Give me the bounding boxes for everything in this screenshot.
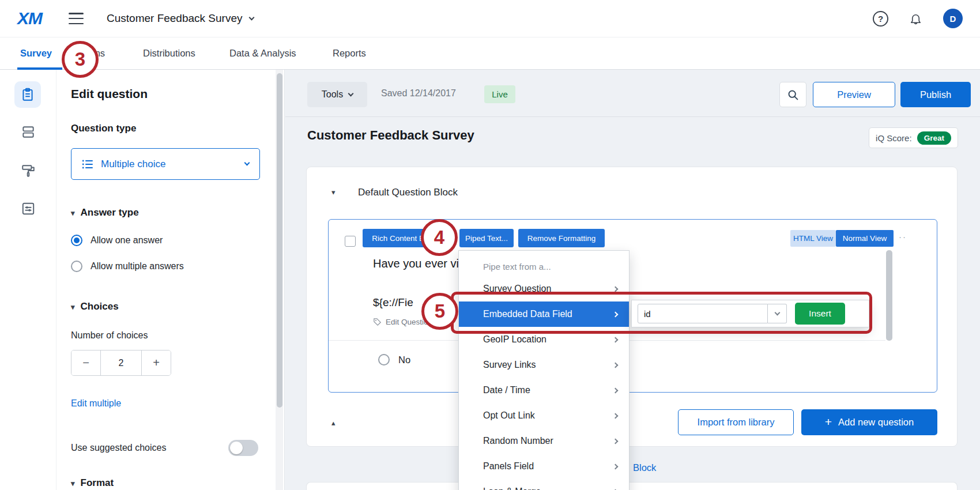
caret-down-icon: ▾ <box>71 209 75 217</box>
panel-scrollbar[interactable] <box>277 73 282 408</box>
editor-scrollbar[interactable] <box>886 250 892 341</box>
add-block-link[interactable]: Block <box>633 462 656 473</box>
iq-score-label: iQ Score: <box>876 133 912 143</box>
survey-name: Customer Feedback Survey <box>107 12 243 25</box>
publish-button[interactable]: Publish <box>900 82 971 107</box>
menu-item-label: Loop & Merge <box>483 487 541 490</box>
add-new-question-button[interactable]: + Add new question <box>801 409 937 435</box>
increase-choices-button[interactable]: + <box>142 350 171 375</box>
choices-section-header[interactable]: ▾ Choices <box>71 301 119 312</box>
multiple-choice-icon <box>82 159 93 169</box>
chevron-right-icon <box>613 286 619 292</box>
tools-label: Tools <box>322 89 343 100</box>
menu-item-label: Panels Field <box>483 461 534 472</box>
blocks-icon[interactable] <box>20 124 36 140</box>
tab-distributions[interactable]: Distributions <box>143 48 195 59</box>
drag-dots-icon: ·· <box>899 232 907 242</box>
tools-button[interactable]: Tools <box>307 82 367 107</box>
field-dropdown-button[interactable] <box>768 304 787 323</box>
answer-type-label: Answer type <box>81 207 139 218</box>
chevron-right-icon <box>613 438 619 444</box>
radio-selected-icon <box>71 235 82 246</box>
question-checkbox[interactable] <box>345 236 356 247</box>
insert-button[interactable]: Insert <box>795 303 845 325</box>
menu-item-random-number[interactable]: Random Number <box>459 428 629 454</box>
survey-title-dropdown[interactable]: Customer Feedback Survey <box>107 12 254 25</box>
suggested-choices-toggle[interactable] <box>228 440 258 456</box>
menu-item-opt-out-link[interactable]: Opt Out Link <box>459 403 629 428</box>
preview-button[interactable]: Preview <box>813 82 895 107</box>
answer-option-no[interactable]: No <box>378 354 410 365</box>
question-type-select[interactable]: Multiple choice <box>71 148 260 180</box>
annotation-number: 5 <box>435 300 445 322</box>
annotation-step-5: 5 <box>421 293 458 330</box>
menu-item-loop-merge[interactable]: Loop & Merge <box>459 479 629 490</box>
menu-item-survey-links[interactable]: Survey Links <box>459 352 629 378</box>
iq-score-chip: iQ Score: Great <box>869 127 958 148</box>
radio-label: Allow one answer <box>91 235 163 246</box>
format-section-header[interactable]: ▾ Format <box>71 477 114 489</box>
tab-reports[interactable]: Reports <box>333 48 366 59</box>
menu-item-date-time[interactable]: Date / Time <box>459 378 629 403</box>
chevron-down-icon <box>248 14 254 20</box>
menu-item-label: Survey Question <box>483 284 551 294</box>
tab-data-analysis[interactable]: Data & Analysis <box>229 48 296 59</box>
chevron-right-icon <box>613 413 619 419</box>
menu-item-embedded-data-field[interactable]: Embedded Data Field <box>459 301 629 327</box>
chevron-right-icon <box>613 337 619 342</box>
hamburger-menu-icon[interactable] <box>69 13 84 24</box>
menu-item-panels-field[interactable]: Panels Field <box>459 454 629 479</box>
tab-survey[interactable]: Survey <box>20 48 52 59</box>
survey-flow-icon[interactable] <box>20 201 36 217</box>
block-collapse-icon[interactable]: ▾ <box>331 188 336 197</box>
panel-scrollbar-track <box>276 70 283 490</box>
use-suggested-choices-row: Use suggested choices <box>71 440 258 456</box>
avatar-initial: D <box>950 14 956 24</box>
choices-stepper: − 2 + <box>71 350 171 376</box>
help-icon[interactable]: ? <box>873 11 888 27</box>
import-from-library-button[interactable]: Import from library <box>678 409 794 435</box>
format-label: Format <box>81 477 114 489</box>
radio-unselected-icon <box>71 261 82 272</box>
chevron-down-icon <box>348 91 354 96</box>
radio-unselected-icon <box>378 354 390 365</box>
primary-nav: Survey Actions Distributions Data & Anal… <box>0 37 980 70</box>
html-view-tab[interactable]: HTML View <box>790 230 836 247</box>
caret-down-icon: ▾ <box>71 479 75 488</box>
menu-item-label: Opt Out Link <box>483 410 535 421</box>
piped-text-menu: Pipe text from a... Survey Question Embe… <box>458 250 630 490</box>
menu-item-label: Embedded Data Field <box>483 309 572 319</box>
saved-status: Saved 12/14/2017 <box>381 88 456 99</box>
piped-text-button[interactable]: Piped Text... <box>459 229 514 247</box>
radio-allow-multiple-answers[interactable]: Allow multiple answers <box>71 261 184 272</box>
edit-multiple-link[interactable]: Edit multiple <box>71 398 121 409</box>
annotation-number: 3 <box>75 48 85 70</box>
menu-item-geoip-location[interactable]: GeoIP Location <box>459 327 629 352</box>
search-button[interactable] <box>779 82 806 107</box>
decrease-choices-button[interactable]: − <box>71 350 100 375</box>
look-and-feel-icon[interactable] <box>20 163 36 179</box>
piped-text-code[interactable]: ${e://Fie <box>373 296 413 309</box>
chevron-right-icon <box>613 463 619 469</box>
block-title: Default Question Block <box>358 187 458 198</box>
radio-allow-one-answer[interactable]: Allow one answer <box>71 235 163 246</box>
notifications-bell-icon[interactable] <box>909 12 922 25</box>
block-collapse-bottom-icon[interactable]: ▴ <box>331 419 336 427</box>
menu-item-survey-question[interactable]: Survey Question <box>459 276 629 301</box>
number-of-choices-label: Number of choices <box>71 330 148 341</box>
annotation-step-4: 4 <box>421 219 458 256</box>
help-glyph: ? <box>878 14 883 24</box>
survey-builder-icon[interactable] <box>14 81 41 108</box>
normal-view-tab[interactable]: Normal View <box>836 230 894 247</box>
remove-formatting-button[interactable]: Remove Formatting <box>518 229 605 247</box>
chevron-right-icon <box>613 387 619 393</box>
embedded-data-field-input[interactable] <box>638 304 768 323</box>
use-suggested-label: Use suggested choices <box>71 443 166 453</box>
annotation-number: 4 <box>434 227 444 248</box>
user-avatar[interactable]: D <box>943 9 963 28</box>
header-divider <box>285 116 980 117</box>
answer-type-section-header[interactable]: ▾ Answer type <box>71 207 139 218</box>
piped-menu-header: Pipe text from a... <box>459 257 629 276</box>
plus-icon: + <box>825 415 832 429</box>
chevron-right-icon <box>613 311 619 317</box>
